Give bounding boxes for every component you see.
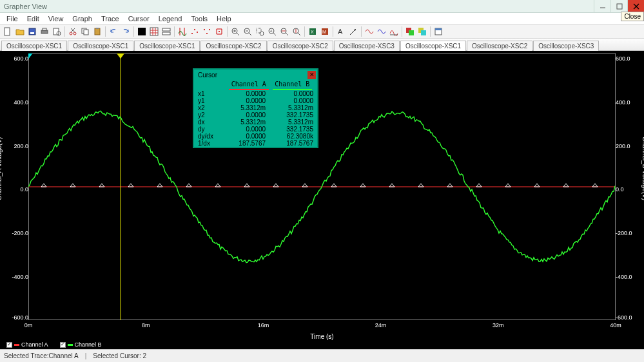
- legend-channel-b[interactable]: Channel B: [60, 341, 102, 348]
- plot-canvas[interactable]: [28, 53, 616, 320]
- svg-rect-1: [617, 4, 622, 9]
- menu-help[interactable]: Help: [213, 14, 235, 23]
- tab-4[interactable]: Oscilloscope-XSC2: [268, 41, 333, 51]
- cursor-row-a: 187.5767: [222, 140, 269, 147]
- legend-toggle-icon[interactable]: [161, 26, 172, 37]
- overlay2-icon[interactable]: [416, 26, 428, 37]
- data-points3-icon[interactable]: [213, 26, 225, 37]
- tab-0[interactable]: Oscilloscope-XSC1: [1, 41, 67, 51]
- redo-icon[interactable]: [120, 26, 132, 37]
- open-icon[interactable]: [14, 26, 26, 37]
- xtick: 0m: [24, 322, 33, 329]
- ytick: -600.0: [3, 314, 28, 321]
- checkbox-icon[interactable]: [60, 342, 66, 348]
- cursor-row-b: 0.0000: [269, 90, 317, 97]
- print-icon[interactable]: [39, 26, 50, 37]
- export-math-icon[interactable]: M: [319, 26, 331, 37]
- text-icon[interactable]: A: [335, 26, 347, 37]
- close-button[interactable]: Close: [627, 0, 644, 13]
- undo-icon[interactable]: [108, 26, 119, 37]
- save-icon[interactable]: [26, 26, 38, 37]
- menu-view[interactable]: View: [44, 14, 68, 23]
- menu-file[interactable]: File: [3, 14, 22, 23]
- tab-8[interactable]: Oscilloscope-XSC3: [533, 41, 599, 51]
- cursor-row-b: 332.1735: [269, 126, 317, 133]
- paste-icon[interactable]: [92, 26, 103, 37]
- toolbar-separator: [133, 26, 134, 37]
- wave1-icon[interactable]: [364, 26, 375, 37]
- xtick: 32m: [493, 322, 504, 329]
- tab-6[interactable]: Oscilloscope-XSC1: [400, 41, 466, 51]
- copy-icon[interactable]: [79, 26, 91, 37]
- ytick: 200.0: [3, 143, 28, 149]
- print-preview-icon[interactable]: [51, 26, 63, 37]
- cursor-row-a: 0.0000: [222, 126, 269, 133]
- status-sep: |: [85, 352, 93, 359]
- wave2-icon[interactable]: [376, 26, 387, 37]
- tab-3[interactable]: Oscilloscope-XSC2: [200, 41, 266, 51]
- cursor-col-a: Channel A: [229, 81, 269, 90]
- tab-2[interactable]: Oscilloscope-XSC1: [134, 41, 200, 51]
- toolbar-separator: [402, 26, 402, 37]
- menu-tools[interactable]: Tools: [187, 14, 211, 23]
- toolbar-separator: [361, 26, 362, 37]
- cursor-row-k: y1: [194, 97, 222, 104]
- cursor-toggle-icon[interactable]: [177, 26, 188, 37]
- menu-trace[interactable]: Trace: [97, 14, 123, 23]
- menubar: File Edit View Graph Trace Cursor Legend…: [0, 13, 644, 24]
- zoom-area-icon[interactable]: [254, 26, 266, 37]
- menu-edit[interactable]: Edit: [23, 14, 43, 23]
- cursor-row-k: dy/dx: [194, 133, 222, 140]
- tab-7[interactable]: Oscilloscope-XSC2: [467, 41, 532, 51]
- properties-icon[interactable]: [433, 26, 444, 37]
- menu-graph[interactable]: Graph: [68, 14, 96, 23]
- toolbar: A X M A: [0, 24, 644, 39]
- cursor-row-a: 0.0000: [222, 133, 269, 140]
- ytick: 600.0: [3, 55, 28, 62]
- grid-toggle-icon[interactable]: [148, 26, 160, 37]
- ytick: 0.0: [616, 186, 641, 193]
- zoom-y-icon[interactable]: [291, 26, 302, 37]
- minimize-button[interactable]: [594, 0, 610, 13]
- svg-rect-66: [435, 28, 442, 30]
- y-axis-right-label: Channel_B Voltage(V): [642, 137, 645, 200]
- zoom-fit-icon[interactable]: A: [266, 26, 278, 37]
- svg-line-37: [237, 33, 239, 35]
- ytick: 600.0: [616, 55, 641, 62]
- export-excel-icon[interactable]: X: [307, 26, 318, 37]
- cursor-data-panel[interactable]: Cursor ✕ Channel A Channel B x10.00000.0…: [193, 68, 318, 148]
- cut-icon[interactable]: [67, 26, 79, 37]
- menu-cursor[interactable]: Cursor: [124, 14, 153, 23]
- new-icon[interactable]: [2, 26, 14, 37]
- zoom-in-icon[interactable]: [229, 26, 241, 37]
- menu-legend[interactable]: Legend: [155, 14, 186, 23]
- svg-point-12: [73, 32, 76, 35]
- tab-5[interactable]: Oscilloscope-XSC3: [334, 41, 400, 51]
- checkbox-icon[interactable]: [6, 342, 12, 348]
- y-axis-left: 600.0 400.0 200.0 0.0 -200.0 -400.0 -600…: [3, 53, 28, 320]
- cursor-row-a: 0.0000: [222, 90, 269, 97]
- status-cursor: Selected Cursor: 2: [93, 352, 153, 359]
- cursor-row-b: 5.3312m: [269, 104, 317, 111]
- swatch-a: [14, 344, 19, 346]
- cursor-row-k: y2: [194, 111, 222, 119]
- statusbar: Selected Trace:Channel A | Selected Curs…: [0, 349, 644, 362]
- svg-point-29: [191, 33, 193, 34]
- data-points-icon[interactable]: [189, 26, 200, 37]
- overlay-icon[interactable]: [404, 26, 416, 37]
- zoom-x-icon[interactable]: [278, 26, 290, 37]
- cursor-panel-close-icon[interactable]: ✕: [307, 71, 316, 79]
- black-bg-icon[interactable]: [136, 26, 148, 37]
- y-axis-right: 600.0 400.0 200.0 0.0 -200.0 -400.0 -600…: [616, 53, 641, 320]
- svg-line-49: [286, 33, 288, 35]
- data-points2-icon[interactable]: [201, 26, 213, 37]
- legend-channel-a[interactable]: Channel A: [6, 341, 48, 348]
- svg-text:A: A: [338, 28, 343, 35]
- arrow-icon[interactable]: [347, 26, 359, 37]
- tab-1[interactable]: Oscilloscope-XSC1: [68, 41, 133, 51]
- wave3-icon[interactable]: [388, 26, 400, 37]
- cursor-row-a: 0.0000: [222, 111, 269, 119]
- zoom-out-icon[interactable]: [242, 26, 253, 37]
- ytick: -200.0: [3, 230, 28, 236]
- svg-rect-17: [95, 28, 100, 35]
